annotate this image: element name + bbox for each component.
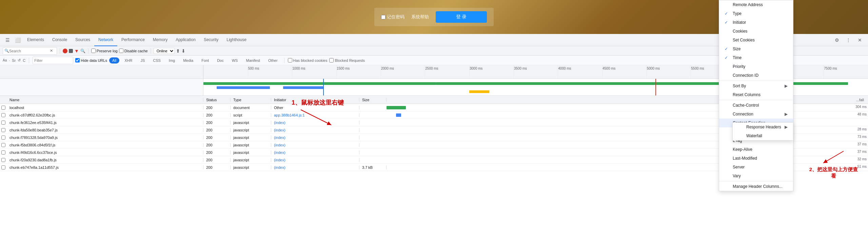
- filter-input[interactable]: [34, 58, 75, 62]
- search-filter-icon[interactable]: 🔍: [80, 49, 85, 53]
- col-header-type[interactable]: Type: [231, 98, 271, 102]
- cell-name-8: chunk-eb747e8a.1a11d557.js: [7, 165, 203, 169]
- col-header-waterfall: ...fall: [387, 98, 868, 102]
- tab-sources[interactable]: Sources: [71, 34, 94, 46]
- row-checkbox-6[interactable]: [0, 150, 7, 155]
- context-menu: Remote Address ✓ Type ✓ Initiator Cookie…: [719, 0, 793, 191]
- hide-data-urls-checkbox[interactable]: [75, 58, 80, 62]
- tab-security[interactable]: Security: [200, 34, 222, 46]
- annotation-1-text: 1、鼠标放这里右键: [292, 98, 344, 107]
- hide-data-urls-label[interactable]: Hide data URLs: [75, 58, 107, 62]
- inspect-icon[interactable]: ☰: [3, 35, 12, 45]
- filter-manifest[interactable]: Manifest: [243, 57, 263, 64]
- preserve-log-label[interactable]: Preserve log: [91, 49, 118, 53]
- tab-lighthouse[interactable]: Lighthouse: [222, 34, 251, 46]
- initiator-link-7[interactable]: (index): [274, 158, 285, 162]
- cell-status-3: 200: [203, 128, 231, 132]
- timeline-name-spacer: [0, 79, 203, 95]
- menu-item-initiator[interactable]: ✓ Initiator: [719, 18, 793, 27]
- search-input[interactable]: [9, 49, 50, 53]
- menu-item-remote-address[interactable]: Remote Address: [719, 0, 793, 9]
- row-checkbox-0[interactable]: [0, 106, 7, 110]
- initiator-link-2[interactable]: (index): [274, 121, 285, 125]
- row-checkbox-7[interactable]: [0, 158, 7, 162]
- menu-item-priority[interactable]: Priority: [719, 62, 793, 71]
- stop-button[interactable]: [69, 49, 73, 53]
- menu-item-connection-id[interactable]: Connection ID: [719, 71, 793, 80]
- record-button[interactable]: [63, 49, 67, 53]
- device-icon[interactable]: ⬜: [13, 35, 22, 45]
- settings-icon[interactable]: ⚙: [832, 35, 842, 45]
- menu-item-type[interactable]: ✓ Type: [719, 9, 793, 18]
- menu-item-connection[interactable]: Connection ▶: [719, 110, 793, 119]
- initiator-link-3[interactable]: (index): [274, 128, 285, 132]
- disable-cache-label[interactable]: Disable cache: [119, 49, 148, 53]
- menu-item-time[interactable]: ✓ Time: [719, 53, 793, 62]
- clear-search-icon[interactable]: ✕: [50, 49, 53, 53]
- tick-2500ms: 2500 ms: [425, 65, 438, 78]
- filter-all[interactable]: All: [109, 57, 119, 64]
- initiator-link-4[interactable]: (index): [274, 136, 285, 140]
- filter-icon[interactable]: ▼: [74, 48, 79, 54]
- filter-sep2: [284, 58, 284, 63]
- filter-ws[interactable]: WS: [229, 57, 241, 64]
- menu-item-cache-control[interactable]: Cache-Control: [719, 101, 793, 110]
- menu-item-reset-columns[interactable]: Reset Columns: [719, 90, 793, 99]
- menu-item-size[interactable]: ✓ Size: [719, 44, 793, 53]
- tab-application[interactable]: Application: [172, 34, 200, 46]
- col-header-name[interactable]: Name: [7, 98, 203, 102]
- filter-other[interactable]: Other: [265, 57, 281, 64]
- more-icon[interactable]: ⋮: [844, 35, 853, 45]
- blocked-cookies-label[interactable]: Has blocked cookies: [288, 58, 328, 62]
- menu-item-sort-by[interactable]: Sort By ▶: [719, 82, 793, 90]
- sub-menu-item-response-headers[interactable]: Response Headers ▶: [733, 123, 793, 131]
- tab-console[interactable]: Console: [48, 34, 71, 46]
- row-checkbox-2[interactable]: [0, 121, 7, 125]
- filter-js[interactable]: JS: [137, 57, 148, 64]
- initiator-link-6[interactable]: (index): [274, 150, 285, 155]
- row-checkbox-5[interactable]: [0, 143, 7, 147]
- initiator-link-5[interactable]: (index): [274, 143, 285, 147]
- menu-item-vary[interactable]: Vary: [719, 172, 793, 180]
- menu-item-server[interactable]: Server: [719, 163, 793, 172]
- cell-waterfall-2: [387, 119, 868, 126]
- tab-elements[interactable]: Elements: [23, 34, 48, 46]
- tab-performance[interactable]: Performance: [117, 34, 149, 46]
- filter-font[interactable]: Font: [198, 57, 212, 64]
- menu-item-last-modified[interactable]: Last-Modified: [719, 154, 793, 163]
- tab-network[interactable]: Network: [94, 34, 117, 46]
- preserve-log-checkbox[interactable]: [91, 49, 96, 53]
- timeline-bar-green-2: [237, 82, 436, 85]
- row-checkbox-3[interactable]: [0, 128, 7, 132]
- menu-item-cookies[interactable]: Cookies: [719, 27, 793, 36]
- upload-icon[interactable]: ⬆: [176, 48, 180, 54]
- filter-media[interactable]: Media: [180, 57, 196, 64]
- refresh-icon[interactable]: ↺: [18, 58, 21, 62]
- row-checkbox-1[interactable]: [0, 113, 7, 117]
- blocked-cookies-checkbox[interactable]: [288, 58, 292, 62]
- menu-item-manage-headers[interactable]: Manage Header Columns...: [719, 182, 793, 191]
- filter-css[interactable]: CSS: [150, 57, 164, 64]
- disable-cache-checkbox[interactable]: [119, 49, 123, 53]
- menu-item-set-cookies[interactable]: Set Cookies: [719, 36, 793, 44]
- initiator-link-8[interactable]: (index): [274, 165, 285, 169]
- remember-checkbox[interactable]: [381, 15, 386, 19]
- filter-img[interactable]: Img: [166, 57, 178, 64]
- col-header-size[interactable]: Size: [359, 98, 387, 102]
- sub-menu-item-waterfall[interactable]: Waterfall: [733, 131, 793, 140]
- filter-doc[interactable]: Doc: [214, 57, 227, 64]
- col-header-status[interactable]: Status: [203, 98, 231, 102]
- throttle-select[interactable]: Online: [154, 48, 175, 54]
- blocked-requests-label[interactable]: Blocked Requests: [329, 58, 365, 62]
- close-icon[interactable]: ✕: [855, 35, 865, 45]
- download-icon[interactable]: ⬇: [181, 48, 185, 54]
- tick-7000ms: 7500 ms: [824, 65, 837, 78]
- row-checkbox-4[interactable]: [0, 136, 7, 140]
- row-checkbox-8[interactable]: [0, 165, 7, 169]
- filter-xhr[interactable]: XHR: [121, 57, 135, 64]
- blocked-requests-checkbox[interactable]: [329, 58, 334, 62]
- menu-item-keep-alive[interactable]: Keep-Alive: [719, 145, 793, 154]
- login-button[interactable]: 登 录: [436, 11, 487, 23]
- tab-memory[interactable]: Memory: [149, 34, 172, 46]
- cell-status-8: 200: [203, 165, 231, 169]
